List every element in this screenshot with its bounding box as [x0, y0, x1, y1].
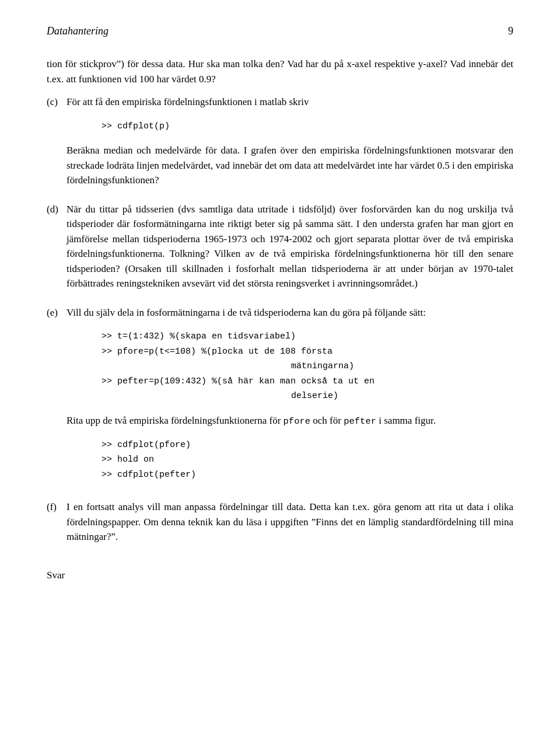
section-d-text: När du tittar på tidsserien (dvs samtlig… [66, 202, 513, 291]
section-e-code3b: delserie) [102, 389, 513, 404]
section-e-body: Vill du själv dela in fosformätningarna … [66, 305, 513, 492]
footer-label: Svar [47, 568, 513, 583]
section-e-text2: Rita upp de två empiriska fördelningsfun… [66, 413, 513, 428]
section-f-label: (f) [47, 500, 66, 550]
page-number: 9 [508, 23, 513, 39]
section-c-text2345: Beräkna median och medelvärde för data. … [66, 143, 513, 188]
section-c-label: (c) [47, 95, 66, 194]
section-e-code-pfore: pfore [284, 416, 311, 427]
intro-paragraph: tion för stickprov”) för dessa data. Hur… [47, 57, 513, 86]
section-d: (d) När du tittar på tidsserien (dvs sam… [47, 202, 513, 297]
section-c-body: För att få den empiriska fördelningsfunk… [66, 95, 513, 194]
section-e-label: (e) [47, 305, 66, 492]
section-e: (e) Vill du själv dela in fosformätninga… [47, 305, 513, 492]
section-e-text1: Vill du själv dela in fosformätningarna … [66, 305, 513, 320]
section-e-code-pefter: pefter [344, 416, 376, 427]
section-c-text1: För att få den empiriska fördelningsfunk… [66, 95, 513, 110]
main-content: tion för stickprov”) för dessa data. Hur… [47, 57, 513, 582]
section-e-codes: >> t=(1:432) %(skapa en tidsvariabel) >>… [102, 329, 513, 404]
section-c: (c) För att få den empiriska fördelnings… [47, 95, 513, 194]
section-d-label: (d) [47, 202, 66, 297]
section-f-body: I en fortsatt analys vill man anpassa fö… [66, 500, 513, 550]
section-c-code1: >> cdfplot(p) [102, 119, 513, 134]
section-e-final-codes: >> cdfplot(pfore) >> hold on >> cdfplot(… [102, 438, 513, 483]
page-title: Datahantering [47, 23, 108, 39]
section-d-body: När du tittar på tidsserien (dvs samtlig… [66, 202, 513, 297]
section-e-code2b: mätningarna) [102, 359, 513, 374]
section-f-text: I en fortsatt analys vill man anpassa fö… [66, 500, 513, 544]
section-f: (f) I en fortsatt analys vill man anpass… [47, 500, 513, 550]
